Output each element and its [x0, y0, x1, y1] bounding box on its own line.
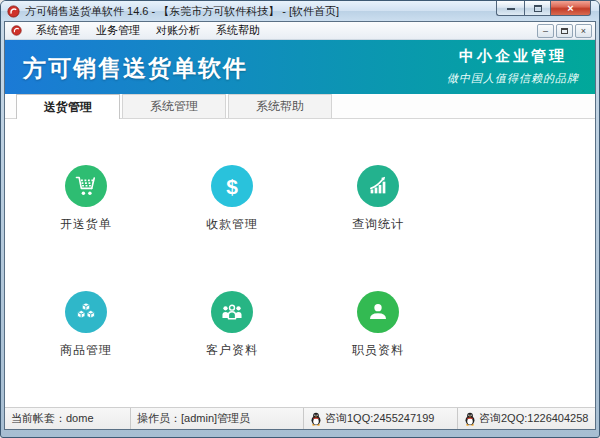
tabstrip: 送货管理 系统管理 系统帮助 — [5, 94, 595, 119]
window-title: 方可销售送货单软件 14.6 - 【东莞市方可软件科技】 - [软件首页] — [25, 4, 339, 19]
maximize-icon — [534, 5, 542, 12]
launcher-label: 商品管理 — [60, 342, 112, 359]
app-window: 方可销售送货单软件 14.6 - 【东莞市方可软件科技】 - [软件首页] × … — [0, 0, 600, 438]
close-button[interactable]: × — [551, 1, 591, 16]
menu-system-help[interactable]: 系统帮助 — [208, 22, 268, 39]
launcher-grid: 开送货单 $ 收款管理 — [5, 119, 595, 359]
mdi-child-icon — [11, 25, 22, 36]
launcher-staff-records[interactable]: 职员资料 — [305, 291, 451, 359]
status-qq1[interactable]: 咨询1QQ:2455247199 — [303, 408, 457, 429]
menu-business-management[interactable]: 业务管理 — [88, 22, 148, 39]
launcher-payment-management[interactable]: $ 收款管理 — [159, 165, 305, 233]
chart-icon — [357, 165, 399, 207]
launcher-customer-records[interactable]: 客户资料 — [159, 291, 305, 359]
mdi-restore-icon — [561, 28, 568, 34]
home-content: 开送货单 $ 收款管理 — [5, 119, 595, 407]
menubar: 系统管理 业务管理 对账分析 系统帮助 – × — [5, 22, 595, 40]
status-qq1-label: 咨询1QQ:2455247199 — [325, 411, 434, 426]
banner-tagline-block: 中小企业管理 做中国人值得信赖的品牌 — [447, 47, 579, 86]
dollar-icon: $ — [211, 165, 253, 207]
banner: 方可销售送货单软件 中小企业管理 做中国人值得信赖的品牌 — [5, 40, 595, 94]
menu-system-management[interactable]: 系统管理 — [28, 22, 88, 39]
banner-slogan: 做中国人值得信赖的品牌 — [447, 71, 579, 86]
banner-tagline: 中小企业管理 — [447, 47, 579, 66]
cart-icon — [65, 165, 107, 207]
launcher-label: 开送货单 — [60, 216, 112, 233]
tab-system-help[interactable]: 系统帮助 — [228, 94, 332, 118]
cubes-icon — [65, 291, 107, 333]
titlebar: 方可销售送货单软件 14.6 - 【东莞市方可软件科技】 - [软件首页] × — [1, 1, 599, 21]
launcher-label: 客户资料 — [206, 342, 258, 359]
staff-icon — [357, 291, 399, 333]
launcher-label: 查询统计 — [352, 216, 404, 233]
banner-product-title: 方可销售送货单软件 — [23, 53, 248, 84]
mdi-close-button[interactable]: × — [575, 24, 592, 38]
launcher-product-management[interactable]: 商品管理 — [13, 291, 159, 359]
qq-penguin-icon — [464, 412, 476, 426]
status-qq2-label: 咨询2QQ:1226404258 — [479, 411, 588, 426]
status-qq2[interactable]: 咨询2QQ:1226404258 — [457, 408, 595, 429]
mdi-minimize-button[interactable]: – — [537, 24, 554, 38]
window-controls: × — [496, 1, 591, 16]
status-current-account: 当前帐套：dome — [5, 408, 130, 429]
app-logo-icon — [7, 5, 20, 18]
mdi-restore-button[interactable] — [556, 24, 573, 38]
qq-penguin-icon — [310, 412, 322, 426]
tab-system-management[interactable]: 系统管理 — [122, 94, 226, 118]
statusbar: 当前帐套：dome 操作员：[admin]管理员 咨询1QQ:245524719… — [5, 407, 595, 429]
app-frame: 系统管理 业务管理 对账分析 系统帮助 – × 方可销售送货单软件 中小企业管理… — [4, 21, 596, 430]
launcher-label: 收款管理 — [206, 216, 258, 233]
maximize-button[interactable] — [524, 1, 551, 16]
minimize-button[interactable] — [496, 1, 524, 16]
close-icon: × — [567, 3, 573, 14]
tab-delivery-management[interactable]: 送货管理 — [16, 94, 120, 119]
minimize-icon — [507, 7, 515, 10]
customers-icon — [211, 291, 253, 333]
launcher-label: 职员资料 — [352, 342, 404, 359]
launcher-query-statistics[interactable]: 查询统计 — [305, 165, 451, 233]
status-operator: 操作员：[admin]管理员 — [130, 408, 303, 429]
mdi-window-controls: – × — [537, 24, 592, 38]
menu-reconciliation-analysis[interactable]: 对账分析 — [148, 22, 208, 39]
launcher-create-delivery-note[interactable]: 开送货单 — [13, 165, 159, 233]
